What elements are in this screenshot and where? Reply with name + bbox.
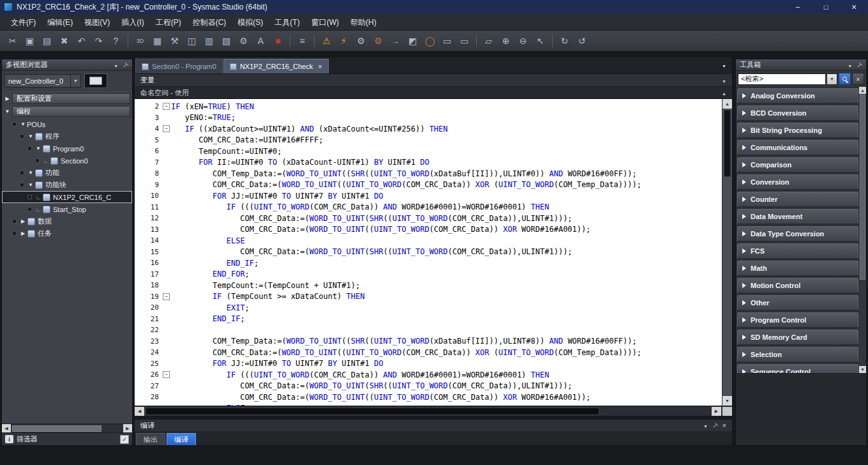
editor-vscrollbar[interactable] [722, 99, 732, 406]
menu-item-7[interactable]: 模拟(S) [232, 14, 269, 31]
code-line-16[interactable]: 16 END_IF; [135, 257, 722, 269]
output-tab-1[interactable]: 输出 [136, 433, 165, 445]
code-line-28[interactable]: 28 COM_CRC_Data:=(WORD_TO_UINT((UINT_TO_… [135, 392, 722, 403]
code-line-14[interactable]: 14 ELSE [135, 235, 722, 247]
toolbox-category-motion-control[interactable]: Motion Control [737, 278, 858, 293]
scroll-right-icon[interactable] [123, 424, 132, 432]
chevron-right-icon[interactable]: ▶ [19, 218, 27, 224]
insert-function-icon[interactable]: ≡ [294, 33, 310, 49]
controller-select[interactable]: new_Controller_0 [4, 74, 81, 88]
menu-item-3[interactable]: 视图(V) [79, 14, 116, 31]
tree-item-item[interactable]: ▼功能块 [2, 179, 132, 191]
toolbox-category-counter[interactable]: Counter [737, 192, 858, 207]
fold-collapse-icon[interactable] [161, 101, 171, 112]
menu-item-2[interactable]: 编辑(E) [41, 14, 79, 31]
explorer-hscrollbar[interactable] [2, 423, 132, 432]
toolbox-category-comparison[interactable]: Comparison [737, 157, 858, 172]
tree-item-section0[interactable]: ∟Section0 [2, 155, 132, 167]
tree-item-item[interactable]: ▶任务 [2, 227, 132, 240]
toolbox-search-input[interactable]: <检索> [738, 73, 826, 85]
editor-tab-section0-program0[interactable]: Section0 - Program0 [135, 59, 223, 73]
select-region-icon[interactable]: ▱ [481, 33, 497, 49]
toolbox-category-sequence-control[interactable]: Sequence Control [737, 364, 858, 373]
redo-icon[interactable]: ↷ [91, 33, 107, 49]
toolbox-category-communications[interactable]: Communications [737, 140, 858, 155]
tree-section-item[interactable]: ▼编程 [3, 105, 130, 118]
code-line-6[interactable]: 6 TempCount:=UINT#0; [135, 146, 722, 157]
code-line-27[interactable]: 27 COM_CRC_Data:=(WORD_TO_UINT(SHR((UINT… [135, 381, 722, 392]
toolbox-category-math[interactable]: Math [737, 261, 858, 276]
toolbox-category-data-movement[interactable]: Data Movement [737, 209, 858, 224]
chevron-down-icon[interactable]: ▼ [27, 170, 34, 176]
chevron-down-icon[interactable] [722, 77, 726, 84]
go-online-icon[interactable]: → [387, 33, 403, 49]
code-line-2[interactable]: 2IF (xEN=TRUE) THEN [135, 101, 722, 112]
toolbox-category-selection[interactable]: Selection [737, 347, 858, 362]
pointer-icon[interactable]: ↖ [532, 33, 548, 49]
toolbox-category-bit-string-processing[interactable]: Bit String Processing [737, 123, 858, 138]
code-line-15[interactable]: 15 COM_CRC_Data:=(WORD_TO_UINT(SHR((UINT… [135, 247, 722, 258]
copy-icon[interactable]: ▣ [22, 33, 38, 49]
maximize-button[interactable] [812, 0, 840, 14]
variables-bar[interactable]: 变量 [135, 73, 732, 86]
scroll-down-icon[interactable] [722, 396, 732, 406]
scrollbar-track[interactable] [859, 280, 866, 366]
code-line-11[interactable]: 11 IF (((UINT_TO_WORD(COM_CRC_Data)) AND… [135, 202, 722, 213]
toolbox-vscrollbar[interactable] [859, 87, 866, 373]
code-line-24[interactable]: 24 COM_CRC_Data:=(WORD_TO_UINT((UINT_TO_… [135, 347, 722, 358]
code-line-22[interactable]: 22 [135, 324, 722, 336]
menu-item-6[interactable]: 控制器(C) [187, 14, 232, 31]
build-tools-icon[interactable]: ⚒ [167, 33, 183, 49]
toolbox-category-data-type-conversion[interactable]: Data Type Conversion [737, 226, 858, 241]
online-edit-icon[interactable]: ⚙ [370, 33, 386, 49]
scroll-up-icon[interactable] [859, 87, 866, 94]
editor-hscrollbar[interactable] [135, 406, 732, 416]
tree-item-nx1p2-crc16-c[interactable]: ∟NX1P2_CRC16_C [2, 191, 132, 203]
tree-item-item[interactable]: ▶数据 [2, 215, 132, 227]
scrollbar-thumb[interactable] [12, 425, 101, 432]
scrollbar-thumb[interactable] [860, 95, 865, 280]
scrollbar-track[interactable] [722, 178, 732, 396]
close-tab-icon[interactable] [318, 63, 322, 70]
clear-search-button[interactable] [852, 73, 864, 85]
toolbox-category-fcs[interactable]: FCS [737, 243, 858, 259]
zoom-in-icon[interactable]: ⊕ [498, 33, 514, 49]
close-button[interactable] [840, 0, 868, 14]
editor-tab-nx1p2-crc16-check[interactable]: NX1P2_CRC16_Check [223, 59, 329, 73]
check-program-icon[interactable]: ⚠ [318, 33, 334, 49]
fold-collapse-icon[interactable] [161, 291, 171, 303]
io-map-icon[interactable]: ▥ [201, 33, 217, 49]
namespace-bar[interactable]: 命名空间 - 使用 [135, 86, 732, 98]
tree-item-pous[interactable]: ▼POUs [2, 118, 132, 130]
tree-section-item[interactable]: ▶配置和设置 [3, 93, 130, 105]
toolbox-category-conversion[interactable]: Conversion [737, 174, 858, 190]
chevron-down-icon[interactable] [70, 75, 80, 87]
window-layout-2-icon[interactable]: ▭ [456, 33, 472, 49]
search-dropdown-icon[interactable] [827, 73, 837, 85]
rebuild-icon[interactable]: ⚙ [353, 33, 369, 49]
scroll-down-icon[interactable] [859, 366, 866, 373]
code-line-17[interactable]: 17 END_FOR; [135, 269, 722, 280]
scroll-right-icon[interactable] [712, 407, 721, 416]
filter-edit-icon[interactable] [120, 435, 129, 444]
zoom-out-icon[interactable]: ⊖ [515, 33, 531, 49]
synchronize-icon[interactable]: ◩ [405, 33, 421, 49]
chevron-down-icon[interactable]: ▼ [34, 146, 42, 151]
code-line-23[interactable]: 23 COM_Temp_Data:=(WORD_TO_UINT((SHR((UI… [135, 336, 722, 347]
variable-table-icon[interactable]: ▦ [149, 33, 165, 49]
chevron-down-icon[interactable]: ▼ [27, 133, 34, 139]
chevron-down-icon[interactable] [114, 61, 118, 69]
chevron-right-icon[interactable]: ▶ [19, 231, 27, 236]
settings-gears-icon[interactable]: ⚙ [236, 33, 251, 49]
menu-item-1[interactable]: 文件(F) [5, 14, 41, 31]
window-layout-1-icon[interactable]: ▭ [439, 33, 455, 49]
pin-icon[interactable] [857, 61, 862, 69]
code-line-19[interactable]: 19 IF (TempCount >= xDataCount) THEN [135, 291, 722, 303]
code-line-10[interactable]: 10 FOR JJ:=UINT#0 TO UINT#7 BY UINT#1 DO [135, 190, 722, 202]
code-line-25[interactable]: 25 FOR JJ:=UINT#0 TO UINT#7 BY UINT#1 DO [135, 358, 722, 370]
menu-item-4[interactable]: 插入(I) [116, 14, 149, 31]
scroll-left-icon[interactable] [135, 407, 144, 416]
menu-item-5[interactable]: 工程(P) [150, 14, 187, 31]
check-all-programs-icon[interactable]: ⚡ [336, 33, 352, 49]
delete-icon[interactable]: ✖ [56, 33, 72, 49]
